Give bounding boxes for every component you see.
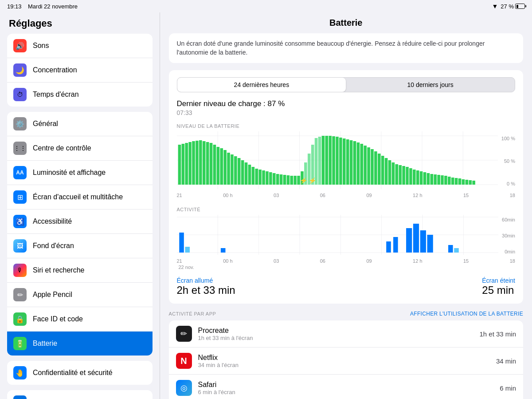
svg-rect-53 [329, 136, 332, 185]
svg-rect-65 [371, 149, 374, 185]
segment-24h[interactable]: 24 dernières heures [177, 78, 346, 92]
sidebar-item-app-store[interactable]: A App Store [7, 390, 153, 399]
temps-ecran-icon: ⏱ [13, 88, 27, 101]
svg-rect-36 [269, 172, 272, 185]
procreate-info: Procreate 1h et 33 min à l'écran [198, 327, 480, 341]
svg-rect-26 [234, 156, 237, 185]
svg-rect-20 [213, 145, 216, 185]
wifi-icon: ▼ [492, 3, 498, 10]
svg-rect-42 [290, 176, 293, 185]
act-x-09: 09 [366, 258, 372, 264]
battery-x-labels: 21 00 h 03 06 09 12 h 15 18 [177, 193, 516, 198]
sidebar-item-label: Confidentialité et sécurité [33, 369, 113, 377]
svg-rect-84 [437, 175, 440, 185]
sidebar-item-label: Luminosité et affichage [33, 169, 106, 177]
svg-rect-76 [409, 168, 412, 185]
svg-rect-38 [276, 174, 279, 185]
svg-rect-61 [356, 142, 360, 185]
svg-rect-31 [251, 167, 254, 185]
svg-rect-35 [266, 171, 269, 185]
svg-rect-58 [346, 139, 349, 185]
battery-content-card: 24 dernières heures 10 derniers jours De… [169, 70, 524, 304]
sidebar-item-ecran-accueil[interactable]: ⊞ Écran d'accueil et multitâche [7, 185, 153, 209]
svg-rect-37 [272, 173, 275, 185]
activity-y-labels: 60min 30min 0min [498, 215, 515, 257]
svg-rect-14 [192, 141, 195, 185]
svg-rect-21 [216, 147, 219, 185]
activity-y-30: 30min [502, 233, 515, 238]
svg-rect-91 [462, 179, 465, 185]
app-activity-link[interactable]: AFFICHER L'UTILISATION DE LA BATTERIE [410, 311, 523, 317]
svg-rect-70 [388, 160, 391, 185]
screen-off-item: Écran éteint 25 min [482, 277, 515, 296]
svg-rect-17 [202, 141, 205, 185]
app-store-icon: A [13, 395, 27, 399]
svg-rect-113 [420, 230, 426, 253]
app-item-netflix[interactable]: N Netflix 34 min à l'écran 34 min [169, 348, 524, 375]
svg-rect-74 [402, 166, 405, 185]
screen-off-label: Écran éteint [482, 277, 515, 284]
svg-rect-83 [434, 174, 437, 185]
svg-rect-27 [237, 158, 240, 185]
sidebar-item-centre-controle[interactable]: ⋮⋮ Centre de contrôle [7, 136, 153, 161]
screen-on-label: Écran allumé [177, 277, 235, 284]
app-item-procreate[interactable]: ✏ Procreate 1h et 33 min à l'écran 1h et… [169, 320, 524, 348]
svg-rect-43 [293, 176, 297, 185]
x-label-00h: 00 h [223, 193, 232, 198]
safari-icon: ◎ [176, 380, 192, 396]
sidebar-item-label: Concentration [33, 66, 77, 74]
procreate-icon: ✏ [176, 326, 192, 342]
sidebar-item-accessibilite[interactable]: ♿ Accessibilité [7, 209, 153, 234]
app-list: ✏ Procreate 1h et 33 min à l'écran 1h et… [169, 320, 524, 399]
sidebar-item-temps-ecran[interactable]: ⏱ Temps d'écran [7, 83, 153, 107]
segment-10j[interactable]: 10 derniers jours [346, 78, 515, 92]
act-x-00h: 00 h [223, 258, 232, 264]
svg-rect-18 [206, 142, 209, 185]
sidebar-item-fond-ecran[interactable]: 🖼 Fond d'écran [7, 234, 153, 258]
svg-rect-66 [374, 151, 377, 185]
svg-rect-11 [181, 144, 184, 185]
app-activity-title: ACTIVITÉ PAR APP [169, 311, 216, 316]
svg-rect-90 [458, 178, 461, 185]
accessibilite-icon: ♿ [13, 215, 27, 228]
sidebar: Réglages 🔊 Sons 🌙 Concentration ⏱ Temps … [0, 12, 160, 399]
status-date: Mardi 22 novembre [28, 3, 78, 10]
sidebar-title: Réglages [0, 12, 160, 34]
svg-rect-40 [283, 175, 286, 185]
right-panel: Batterie Un écran doté d'une grande lumi… [160, 12, 532, 399]
sidebar-item-apple-pencil[interactable]: ✏ Apple Pencil [7, 283, 153, 307]
sidebar-item-siri[interactable]: 🎙 Siri et recherche [7, 258, 153, 283]
svg-rect-57 [343, 138, 346, 185]
charge-time: 07:33 [177, 109, 516, 116]
sidebar-content: 🔊 Sons 🌙 Concentration ⏱ Temps d'écran ⚙… [0, 34, 160, 399]
screen-off-value: 25 min [482, 284, 515, 296]
sidebar-item-face-id[interactable]: 🔒 Face ID et code [7, 307, 153, 332]
svg-rect-71 [391, 162, 395, 185]
sidebar-group-4: A App Store 🗺 Cartes et Apple Pay [7, 390, 153, 399]
act-x-21: 21 [177, 258, 182, 264]
screen-time-row: Écran allumé 2h et 33 min Écran éteint 2… [177, 277, 516, 296]
act-x-06: 06 [320, 258, 325, 264]
svg-rect-64 [367, 147, 370, 185]
sidebar-item-luminosite[interactable]: AA Luminosité et affichage [7, 161, 153, 185]
svg-rect-68 [381, 156, 384, 185]
svg-rect-10 [178, 145, 181, 185]
sons-icon: 🔊 [13, 39, 27, 52]
sidebar-item-concentration[interactable]: 🌙 Concentration [7, 58, 153, 83]
sidebar-item-general[interactable]: ⚙️ Général [7, 112, 153, 136]
svg-rect-59 [349, 140, 352, 185]
sidebar-item-batterie[interactable]: 🔋 Batterie [7, 332, 153, 356]
app-item-safari[interactable]: ◎ Safari 6 min à l'écran 6 min [169, 375, 524, 399]
svg-text:⚡⚡: ⚡⚡ [299, 177, 317, 184]
svg-rect-115 [448, 245, 453, 253]
activity-y-60: 60min [502, 217, 515, 222]
sidebar-item-confidentialite[interactable]: 🤚 Confidentialité et sécurité [7, 361, 153, 385]
segment-control[interactable]: 24 dernières heures 10 derniers jours [177, 77, 516, 92]
fond-ecran-icon: 🖼 [13, 239, 27, 253]
sidebar-item-sons[interactable]: 🔊 Sons [7, 34, 153, 58]
battery-indicator: 27 % [501, 3, 525, 10]
sidebar-item-label: Général [33, 120, 58, 128]
charge-level: Dernier niveau de charge : 87 % [177, 99, 516, 108]
x-label-15: 15 [463, 193, 469, 198]
netflix-icon: N [176, 353, 192, 369]
